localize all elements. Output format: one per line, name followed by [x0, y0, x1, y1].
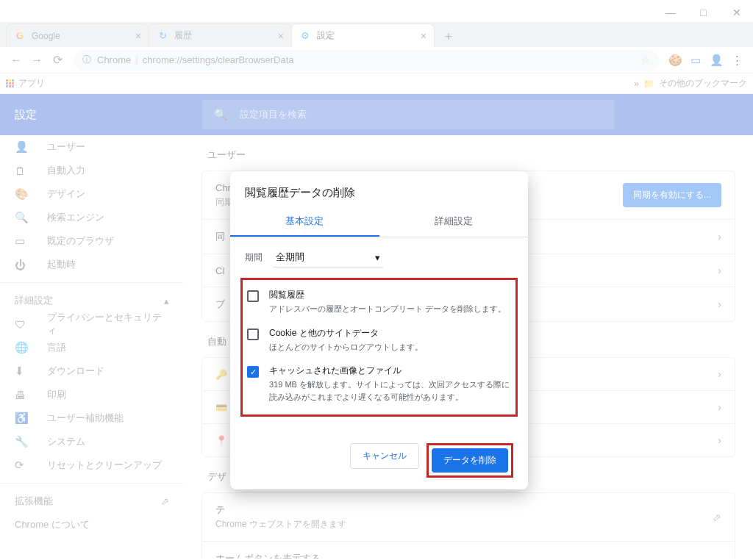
sidebar-label: システム — [47, 435, 85, 448]
tab-close-icon[interactable]: × — [421, 30, 427, 42]
star-icon[interactable]: ☆ — [641, 54, 650, 65]
sidebar-item-downloads[interactable]: ⬇ダウンロード — [0, 359, 184, 383]
enable-sync-button[interactable]: 同期を有効にする... — [623, 183, 721, 207]
forward-button[interactable]: → — [26, 50, 47, 71]
other-bookmarks[interactable]: その他のブックマーク — [659, 77, 747, 90]
sidebar-label: リセットとクリーンアップ — [47, 459, 162, 472]
sidebar-item-accessibility[interactable]: ♿ユーザー補助機能 — [0, 406, 184, 430]
url-path: chrome://settings/clearBrowserData — [143, 54, 294, 65]
period-dropdown[interactable]: 全期間▾ — [273, 248, 383, 268]
sidebar-label: 自動入力 — [47, 164, 85, 177]
cancel-button[interactable]: キャンセル — [350, 443, 419, 469]
sidebar-item-search[interactable]: 🔍検索エンジン — [0, 206, 184, 229]
checkbox-cookies[interactable] — [247, 329, 259, 340]
row-label: ホームボタンを表示する — [215, 552, 321, 559]
row-theme[interactable]: テChrome ウェブストアを開きます⬀ — [202, 493, 735, 541]
sidebar-label: ユーザー補助機能 — [47, 412, 124, 425]
print-icon: 🖶 — [15, 389, 32, 401]
minimize-button[interactable]: — — [654, 3, 687, 22]
option-sub: アドレスバーの履歴とオートコンプリート データを削除します。 — [269, 303, 506, 315]
browser-toolbar: ← → ⟳ ⓘ Chrome | chrome://settings/clear… — [0, 47, 753, 73]
menu-icon[interactable]: ⋮ — [727, 50, 747, 71]
launch-icon: ⬀ — [161, 496, 169, 507]
sidebar-item-privacy[interactable]: 🛡プライバシーとセキュリティ — [0, 312, 184, 336]
power-icon: ⏻ — [15, 259, 32, 271]
option-sub: 319 MB を解放します。サイトによっては、次回アクセスする際に読み込みがこれ… — [269, 378, 511, 403]
sidebar-label: デザイン — [47, 187, 85, 201]
option-title: Cookie と他のサイトデータ — [269, 327, 423, 340]
browser-icon: ▭ — [15, 234, 32, 248]
settings-header: 設定 🔍 設定項目を検索 — [0, 94, 753, 135]
chevron-down-icon: ▾ — [375, 252, 380, 263]
sidebar-advanced-toggle[interactable]: 詳細設定▴ — [0, 289, 184, 312]
checkbox-history[interactable] — [247, 290, 259, 302]
accessibility-icon: ♿ — [15, 412, 32, 425]
sidebar-item-user[interactable]: 👤ユーザー — [0, 135, 184, 159]
sidebar-item-startup[interactable]: ⏻起動時 — [0, 253, 184, 276]
wrench-icon: 🔧 — [15, 435, 32, 448]
chevron-right-icon: › — [718, 265, 721, 276]
sidebar-label: プライバシーとセキュリティ — [47, 311, 169, 337]
apps-shortcut[interactable]: アプリ — [6, 77, 45, 90]
sidebar-label: 拡張機能 — [15, 495, 53, 508]
sidebar-item-system[interactable]: 🔧システム — [0, 430, 184, 453]
favicon-history: ↻ — [157, 30, 168, 42]
sidebar-item-about[interactable]: Chrome について — [0, 513, 184, 536]
back-button[interactable]: ← — [6, 50, 26, 71]
tab-settings[interactable]: ⚙ 設定 × — [291, 24, 435, 47]
maximize-button[interactable]: □ — [687, 3, 720, 22]
dropdown-value: 全期間 — [276, 251, 304, 264]
search-engine-icon: 🔍 — [15, 211, 32, 224]
sidebar-item-appearance[interactable]: 🎨デザイン — [0, 182, 184, 206]
tab-close-icon[interactable]: × — [135, 30, 141, 42]
row-label: テ — [215, 503, 346, 517]
chevron-right-icon: › — [718, 434, 721, 446]
clear-browsing-data-dialog: 閲覧履歴データの削除 基本設定 詳細設定 期間 全期間▾ 閲覧履歴アドレスバーの… — [230, 171, 528, 489]
close-window-button[interactable]: ✕ — [720, 3, 753, 22]
chevron-right-icon: › — [718, 298, 721, 310]
tab-label: 履歴 — [174, 29, 192, 42]
settings-search[interactable]: 🔍 設定項目を検索 — [202, 100, 614, 129]
folder-icon: 📁 — [643, 79, 654, 89]
row-label: Cl — [215, 265, 224, 276]
new-tab-button[interactable]: + — [438, 26, 459, 47]
search-placeholder: 設定項目を検索 — [240, 108, 307, 121]
sidebar-item-print[interactable]: 🖶印刷 — [0, 383, 184, 406]
profile-icon[interactable]: 👤 — [706, 50, 727, 71]
row-home-button[interactable]: ホームボタンを表示する停止中 — [202, 541, 735, 559]
sidebar-label: 印刷 — [47, 388, 66, 401]
reload-button[interactable]: ⟳ — [47, 50, 68, 71]
overflow-icon[interactable]: » — [634, 79, 639, 89]
clear-data-button[interactable]: データを削除 — [432, 448, 508, 473]
checkbox-cache[interactable]: ✓ — [247, 366, 259, 378]
sidebar-label: 既定のブラウザ — [47, 234, 114, 248]
row-label: ブ — [215, 298, 225, 311]
sidebar-item-reset[interactable]: ⟳リセットとクリーンアップ — [0, 453, 184, 477]
address-bar[interactable]: ⓘ Chrome | chrome://settings/clearBrowse… — [74, 50, 659, 71]
tab-close-icon[interactable]: × — [278, 30, 284, 42]
bookmarks-bar: アプリ » 📁 その他のブックマーク — [0, 73, 753, 94]
apps-label: アプリ — [18, 77, 45, 90]
sidebar-item-language[interactable]: 🌐言語 — [0, 336, 184, 359]
dialog-tab-basic[interactable]: 基本設定 — [230, 207, 379, 237]
confirm-highlight: データを削除 — [427, 443, 513, 478]
user-icon: 👤 — [15, 140, 32, 154]
sidebar-label: 言語 — [47, 341, 66, 354]
favicon-settings: ⚙ — [299, 30, 311, 42]
settings-sidebar: 👤ユーザー 🗒自動入力 🎨デザイン 🔍検索エンジン ▭既定のブラウザ ⏻起動時 … — [0, 94, 184, 559]
shield-icon: 🛡 — [15, 318, 32, 331]
tab-history[interactable]: ↻ 履歴 × — [149, 24, 292, 47]
search-icon: 🔍 — [214, 108, 228, 121]
sidebar-item-default-browser[interactable]: ▭既定のブラウザ — [0, 229, 184, 253]
tab-label: Google — [32, 31, 60, 41]
tab-google[interactable]: G Google × — [6, 24, 149, 47]
highlighted-options: 閲覧履歴アドレスバーの履歴とオートコンプリート データを削除します。 Cooki… — [240, 278, 518, 417]
sidebar-item-autofill[interactable]: 🗒自動入力 — [0, 159, 184, 182]
sidebar-item-extensions[interactable]: 拡張機能⬀ — [0, 489, 184, 513]
sidebar-label: 検索エンジン — [47, 211, 104, 224]
reset-icon: ⟳ — [15, 459, 32, 472]
extension-icon-2[interactable]: ▭ — [685, 50, 706, 71]
extension-icon[interactable]: 🍪 — [665, 50, 685, 71]
launch-icon: ⬀ — [713, 511, 721, 523]
dialog-tab-advanced[interactable]: 詳細設定 — [379, 207, 529, 237]
